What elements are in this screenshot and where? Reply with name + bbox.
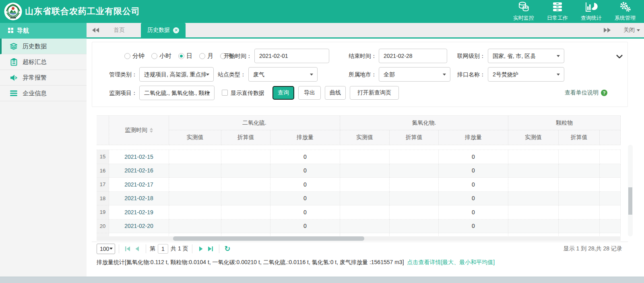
value-cell: [600, 164, 621, 178]
header-nav: 实时监控 日常工作: [512, 0, 637, 23]
data-table: 监测时间 二氧化硫. 氮氧化物. 颗粒物 实测值 折算值 排放量: [97, 115, 621, 240]
value-cell: [340, 150, 390, 164]
outlet-name-select[interactable]: 2号焚烧炉: [488, 67, 564, 82]
bottom-strip: [0, 277, 644, 283]
query-button[interactable]: 查询: [272, 86, 294, 100]
sidebar-nav-title: 导航: [0, 23, 87, 39]
value-cell: 0: [439, 205, 508, 219]
direct-data-checkbox[interactable]: [222, 90, 228, 96]
radio-icon[interactable]: [199, 53, 205, 59]
nav-realtime-monitor[interactable]: 实时监控: [512, 2, 535, 22]
export-button[interactable]: 导出: [298, 86, 321, 100]
nav-daily-work[interactable]: 日常工作: [546, 2, 569, 22]
collapse-filter-chevron-icon[interactable]: [616, 53, 623, 60]
date-cell: 2021-02-15: [109, 150, 169, 164]
network-level-select[interactable]: 国家, 省, 市, 区县: [488, 49, 564, 63]
radio-label: 日: [186, 52, 192, 60]
sidebar-item-history-data[interactable]: 历史数据: [0, 39, 87, 54]
value-cell: [559, 205, 600, 219]
sidebar-item-label: 超标汇总: [23, 58, 47, 66]
vertical-scrollbar[interactable]: [628, 145, 633, 236]
gears-icon: [619, 2, 631, 14]
close-tabs-menu[interactable]: 关闭: [623, 27, 640, 34]
station-type-select[interactable]: 废气: [248, 67, 318, 82]
view-detail-link[interactable]: 点击查看详情[最大、最小和平均值]: [407, 259, 495, 265]
tabs-scroll-left-icon[interactable]: [87, 23, 105, 37]
open-new-query-button[interactable]: 打开新查询页: [350, 86, 399, 100]
table-row: 202021-02-2000: [97, 219, 621, 234]
date-cell: 2021-02-18: [109, 192, 169, 206]
logo-text: ZHB: [10, 16, 16, 19]
radio-icon[interactable]: [124, 53, 130, 59]
value-cell: [221, 178, 270, 192]
sidebar-item-abnormal-alarm[interactable]: 异常报警: [0, 70, 87, 86]
station-type-value: 废气: [253, 71, 264, 78]
sub-header: 实测值: [169, 130, 221, 145]
value-cell: 0: [270, 192, 340, 206]
horizontal-scrollbar-thumb[interactable]: [173, 236, 364, 241]
nav-query-stats[interactable]: 查询统计: [580, 2, 603, 22]
value-cell: [221, 192, 270, 206]
value-cell: 0: [270, 219, 340, 234]
value-cell: [169, 178, 221, 192]
radio-label: 小时: [159, 52, 171, 60]
radio-icon[interactable]: [178, 53, 184, 59]
group-header-so2: 二氧化硫.: [169, 116, 340, 130]
tab-home[interactable]: 首页: [105, 23, 134, 37]
unit-help-link[interactable]: 查看单位说明 ?: [565, 86, 607, 100]
start-time-input[interactable]: 2021-02-01: [254, 49, 329, 63]
value-cell: [169, 192, 221, 206]
period-radio-月[interactable]: 月: [199, 52, 213, 60]
table-row: 152021-02-1500: [97, 150, 621, 164]
nav-system-admin[interactable]: 系统管理: [613, 2, 637, 22]
page-size-select[interactable]: 100: [97, 244, 115, 254]
outlet-name-value: 2号焚烧炉: [493, 71, 518, 78]
emission-stats: 排放量统计[氮氧化物:0.112 t, 颗粒物:0.0104 t, 一氧化碳:0…: [97, 259, 495, 266]
value-cell: [221, 164, 270, 178]
first-page-icon[interactable]: [123, 244, 132, 254]
tab-strip: 首页 历史数据 ✕ 关闭: [87, 23, 644, 39]
sidebar: 导航 历史数据 超标汇总: [0, 23, 87, 277]
value-cell: 0: [439, 219, 508, 234]
tab-close-icon[interactable]: ✕: [173, 27, 179, 33]
value-cell: [390, 205, 439, 219]
vertical-scrollbar-thumb[interactable]: [628, 187, 632, 215]
prev-page-icon[interactable]: [132, 244, 142, 254]
period-radio-分钟[interactable]: 分钟: [124, 52, 144, 60]
date-cell: 2021-02-17: [109, 178, 169, 192]
radio-label: 分钟: [132, 52, 144, 60]
manage-category-select[interactable]: 违规项目, 高架源, 重点排: [139, 67, 214, 82]
value-cell: [221, 219, 270, 234]
refresh-icon[interactable]: ↻: [225, 244, 231, 253]
clipboard-icon: [10, 58, 18, 66]
row-number-cell: 16: [97, 164, 109, 178]
sidebar-item-label: 企业信息: [23, 90, 47, 97]
content-area: 分钟小时日月年 开始时间： 2021-02-01 结束时间： 2021-02-2…: [87, 39, 644, 277]
monitor-items-select[interactable]: 二氧化硫., 氮氧化物., 颗粒: [139, 86, 215, 100]
row-number-cell: 17: [97, 178, 109, 192]
date-cell: 2021-02-20: [109, 219, 169, 234]
curve-button[interactable]: 曲线: [325, 86, 346, 100]
layers-icon: [10, 43, 18, 50]
sidebar-item-exceed-summary[interactable]: 超标汇总: [0, 54, 87, 70]
page-number-input[interactable]: 1: [158, 244, 168, 254]
tab-history-data[interactable]: 历史数据 ✕: [141, 23, 186, 37]
city-select[interactable]: 全部: [379, 67, 450, 82]
period-radio-日[interactable]: 日: [178, 52, 192, 60]
outlet-name-label: 排口名称：: [452, 67, 485, 82]
radio-icon[interactable]: [151, 53, 157, 59]
sub-header: 折算值: [221, 130, 270, 145]
time-column-header[interactable]: 监测时间: [109, 116, 169, 145]
sidebar-item-enterprise-info[interactable]: 企业信息: [0, 86, 87, 101]
period-radio-小时[interactable]: 小时: [151, 52, 171, 60]
horizontal-scrollbar[interactable]: [97, 236, 621, 241]
last-page-icon[interactable]: [206, 244, 215, 254]
next-page-icon[interactable]: [196, 244, 206, 254]
question-circle-icon: ?: [601, 90, 607, 96]
station-type-label: 站点类型：: [213, 67, 246, 82]
end-time-input[interactable]: 2021-02-28: [379, 49, 447, 63]
tabs-scroll-right-icon[interactable]: [598, 28, 616, 33]
city-label: 所属地市：: [344, 67, 377, 82]
main-area: 首页 历史数据 ✕ 关闭 分钟小时日月年 开始时: [87, 23, 644, 277]
table-row: 162021-02-1600: [97, 164, 621, 178]
